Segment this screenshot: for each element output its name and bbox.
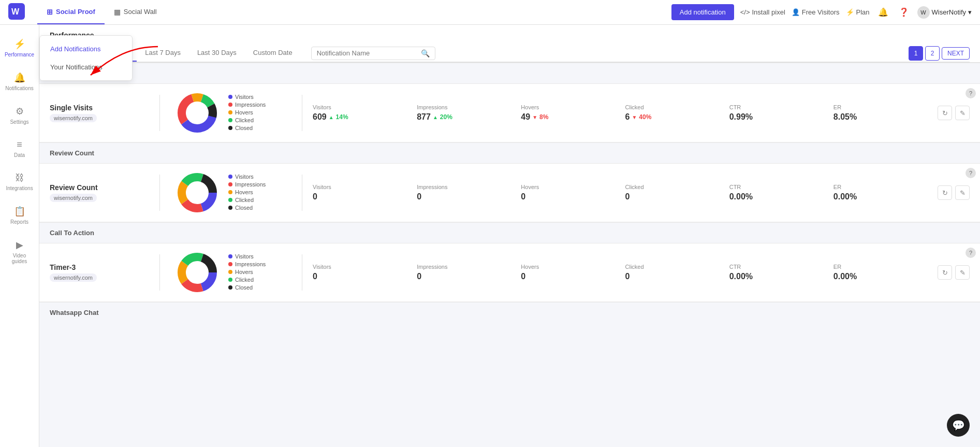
up-arrow-impressions: ▲ bbox=[433, 114, 438, 120]
sidebar-item-reports[interactable]: 📋 Reports bbox=[2, 200, 37, 230]
notif-legend-review-count: Visitors Impressions Hovers Clicked Clos… bbox=[228, 174, 296, 212]
notif-name-review-count: Review Count bbox=[50, 183, 153, 192]
notifications-bell-icon[interactable]: 🔔 bbox=[876, 5, 890, 20]
notif-domain-timer-3: wisernotify.com bbox=[50, 273, 97, 282]
legend-impressions: Impressions bbox=[235, 102, 266, 108]
sidebar-item-settings[interactable]: ⚙ Settings bbox=[2, 100, 37, 130]
notif-name-col-timer-3: Timer-3 wisernotify.com bbox=[50, 263, 153, 282]
notif-chart-timer-3 bbox=[166, 252, 228, 293]
lightning-icon: ⚡ bbox=[846, 8, 854, 16]
sidebar-item-reports-label: Reports bbox=[10, 219, 28, 225]
notif-actions-review-count: ↻ ✎ bbox=[938, 185, 970, 200]
t3-stat-hovers: Hovers 0 bbox=[517, 264, 621, 281]
page-2-button[interactable]: 2 bbox=[925, 46, 940, 61]
content-area: Single Visits ? Single Visits wisernotif… bbox=[39, 63, 980, 323]
refresh-button-timer-3[interactable]: ↻ bbox=[938, 265, 952, 280]
chevron-down-icon: ▾ bbox=[968, 8, 972, 16]
sidebar-item-settings-label: Settings bbox=[10, 119, 28, 125]
help-button-single-visits[interactable]: ? bbox=[966, 88, 976, 98]
user-icon: 👤 bbox=[792, 8, 800, 16]
t3-stat-clicked: Clicked 0 bbox=[621, 264, 725, 281]
sidebar-item-performance-label: Performance bbox=[5, 52, 34, 57]
section-call-to-action-header: Call To Action bbox=[39, 222, 980, 243]
next-page-button[interactable]: NEXT bbox=[942, 47, 970, 60]
sidebar-item-notifications[interactable]: 🔔 Notifications bbox=[2, 67, 37, 96]
notif-chart-single-visits bbox=[166, 92, 228, 134]
notif-name-col-review-count: Review Count wisernotify.com bbox=[50, 183, 153, 202]
user-menu[interactable]: W WiserNotify ▾ bbox=[917, 6, 972, 19]
legend-closed: Closed bbox=[235, 125, 253, 131]
free-visitors-link[interactable]: 👤 Free Visitors bbox=[792, 8, 840, 16]
divider-5 bbox=[159, 254, 160, 291]
performance-header: Performance All ▾ Last 24 hours Last 7 D… bbox=[39, 25, 980, 63]
topnav-right: Add notification </> Install pixel 👤 Fre… bbox=[671, 4, 972, 20]
user-name: WiserNotify bbox=[932, 8, 966, 16]
tab-last-30[interactable]: Last 30 Days bbox=[189, 45, 245, 62]
edit-button-review-count[interactable]: ✎ bbox=[955, 185, 970, 200]
performance-title: Performance bbox=[50, 31, 970, 39]
topnav-tabs: ⊞ Social Proof ▦ Social Wall bbox=[37, 0, 166, 24]
stat-visitors: Visitors 609 ▲ 14% bbox=[309, 104, 413, 122]
stat-clicked: Clicked 6 ▼ 40% bbox=[621, 104, 725, 122]
page-1-button[interactable]: 1 bbox=[909, 46, 923, 61]
app-logo[interactable]: W bbox=[8, 3, 25, 21]
top-navigation: W ⊞ Social Proof ▦ Social Wall Add notif… bbox=[0, 0, 980, 25]
refresh-button-single-visits[interactable]: ↻ bbox=[938, 106, 952, 120]
t3-stat-ctr: CTR 0.00% bbox=[725, 264, 829, 281]
stat-impressions: Impressions 877 ▲ 20% bbox=[413, 104, 517, 122]
divider-2 bbox=[302, 95, 302, 131]
sidebar-item-performance[interactable]: ⚡ Performance bbox=[2, 33, 37, 63]
grid-icon: ⊞ bbox=[47, 8, 53, 16]
tabs-row: All ▾ Last 24 hours Last 7 Days Last 30 … bbox=[50, 45, 970, 62]
section-whatsapp-header: Whatsapp Chat bbox=[39, 302, 980, 323]
stat-ctr: CTR 0.99% bbox=[725, 104, 829, 122]
performance-icon: ⚡ bbox=[14, 38, 25, 50]
rc-stat-ctr: CTR 0.00% bbox=[725, 184, 829, 201]
stat-hovers: Hovers 49 ▼ 8% bbox=[517, 104, 621, 122]
dropdown-your-notifications[interactable]: Your Notifications bbox=[40, 58, 132, 76]
help-button-review-count[interactable]: ? bbox=[966, 168, 976, 178]
stats-timer-3: Visitors 0 Impressions 0 Hovers 0 Clicke… bbox=[309, 264, 933, 281]
edit-button-single-visits[interactable]: ✎ bbox=[955, 106, 970, 120]
sidebar-item-integrations[interactable]: ⛓ Integrations bbox=[2, 167, 37, 196]
notif-chart-review-count bbox=[166, 172, 228, 213]
dropdown-add-notifications[interactable]: Add Notifications bbox=[40, 40, 132, 58]
data-icon: ≡ bbox=[17, 139, 22, 150]
legend-clicked: Clicked bbox=[235, 117, 254, 123]
help-icon[interactable]: ❓ bbox=[897, 5, 911, 20]
t3-stat-visitors: Visitors 0 bbox=[309, 264, 413, 281]
tab-custom-date[interactable]: Custom Date bbox=[245, 45, 301, 62]
install-pixel-link[interactable]: </> Install pixel bbox=[740, 8, 785, 16]
edit-button-timer-3[interactable]: ✎ bbox=[955, 265, 970, 280]
plan-link[interactable]: ⚡ Plan bbox=[846, 8, 870, 16]
search-input[interactable] bbox=[317, 49, 421, 57]
search-bar: 🔍 bbox=[311, 47, 435, 60]
t3-stat-er: ER 0.00% bbox=[829, 264, 933, 281]
tab-social-proof[interactable]: ⊞ Social Proof bbox=[37, 0, 105, 24]
tab-social-wall[interactable]: ▦ Social Wall bbox=[105, 0, 166, 24]
user-avatar: W bbox=[917, 6, 930, 19]
add-notification-button[interactable]: Add notification bbox=[671, 4, 734, 20]
integrations-icon: ⛓ bbox=[15, 172, 24, 183]
refresh-button-review-count[interactable]: ↻ bbox=[938, 185, 952, 200]
help-button-timer-3[interactable]: ? bbox=[966, 248, 976, 258]
notif-domain-single-visits: wisernotify.com bbox=[50, 114, 97, 122]
divider-3 bbox=[159, 175, 160, 211]
tab-last-7[interactable]: Last 7 Days bbox=[137, 45, 189, 62]
notif-name-col-single-visits: Single Visits wisernotify.com bbox=[50, 104, 153, 122]
sidebar-item-data[interactable]: ≡ Data bbox=[2, 134, 37, 163]
section-single-visits-header: Single Visits bbox=[39, 63, 980, 84]
down-arrow-hovers: ▼ bbox=[532, 114, 537, 120]
t3-stat-impressions: Impressions 0 bbox=[413, 264, 517, 281]
rc-stat-er: ER 0.00% bbox=[829, 184, 933, 201]
divider-4 bbox=[302, 175, 302, 211]
reports-icon: 📋 bbox=[14, 206, 25, 217]
rc-stat-clicked: Clicked 0 bbox=[621, 184, 725, 201]
rc-stat-visitors: Visitors 0 bbox=[309, 184, 413, 201]
rc-stat-hovers: Hovers 0 bbox=[517, 184, 621, 201]
sidebar-item-video-guides[interactable]: ▶ Video guides bbox=[2, 234, 37, 269]
settings-icon: ⚙ bbox=[16, 106, 24, 117]
notif-name-single-visits: Single Visits bbox=[50, 104, 153, 112]
svg-text:W: W bbox=[11, 7, 20, 16]
down-arrow-clicked: ▼ bbox=[632, 114, 637, 120]
